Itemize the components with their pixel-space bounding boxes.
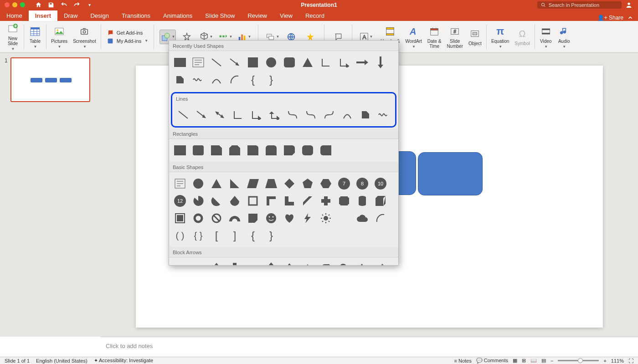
basic-8[interactable]: 8	[353, 175, 371, 192]
rect-4[interactable]	[226, 142, 244, 159]
basic-pie[interactable]	[189, 192, 207, 210]
basic-rbracket[interactable]: ]	[226, 227, 244, 244]
tab-draw[interactable]: Draw	[57, 10, 84, 21]
user-icon[interactable]	[625, 1, 634, 9]
search-box[interactable]	[537, 1, 622, 9]
shape-curve[interactable]	[207, 71, 226, 88]
home-icon[interactable]	[34, 1, 42, 9]
minimize-window[interactable]	[12, 2, 17, 7]
screenshot-button[interactable]: Screenshot▼	[70, 25, 99, 49]
zoom-out[interactable]: −	[551, 358, 553, 364]
slide-shape-2[interactable]	[418, 152, 483, 195]
basic-foldedcorner[interactable]	[244, 210, 262, 227]
basic-parallel[interactable]	[244, 175, 262, 192]
zoom-slider[interactable]	[558, 360, 599, 361]
rect-7[interactable]	[280, 142, 298, 159]
arrow-right[interactable]	[171, 260, 189, 266]
line-elbow-double[interactable]	[265, 106, 283, 123]
tab-design[interactable]: Design	[84, 10, 115, 21]
new-slide-button[interactable]: New Slide▼	[4, 22, 22, 51]
wordart-button[interactable]: A WordArt▼	[402, 25, 425, 49]
redo-icon[interactable]	[72, 1, 81, 9]
basic-triangle[interactable]	[207, 175, 226, 192]
tab-record[interactable]: Record	[299, 10, 331, 21]
tab-slideshow[interactable]: Slide Show	[199, 10, 241, 21]
table-button[interactable]: Table▼	[26, 25, 44, 49]
line-curved-double[interactable]	[320, 106, 338, 123]
basic-teardrop[interactable]	[226, 192, 244, 210]
basic-heart[interactable]	[280, 210, 298, 227]
save-icon[interactable]	[47, 1, 55, 9]
rect-9[interactable]	[317, 142, 335, 159]
shape-oval[interactable]	[262, 54, 280, 71]
basic-10[interactable]: 10	[371, 175, 390, 192]
arrow-bent[interactable]	[317, 260, 335, 266]
line-double-arrow[interactable]	[211, 106, 229, 123]
tab-review[interactable]: Review	[241, 10, 273, 21]
basic-diamond[interactable]	[280, 175, 298, 192]
search-input[interactable]	[549, 2, 618, 8]
arrow-quad[interactable]	[280, 260, 298, 266]
basic-lshape[interactable]	[280, 192, 298, 210]
basic-textbox[interactable]	[171, 175, 189, 192]
arrow-leftup[interactable]	[353, 260, 371, 266]
shape-square[interactable]	[244, 54, 262, 71]
basic-bevel[interactable]	[171, 210, 189, 227]
view-sorter-icon[interactable]: ⊞	[522, 358, 526, 364]
symbol-button[interactable]: Ω Symbol	[512, 27, 532, 46]
share-button[interactable]: 👤+ Share	[597, 15, 623, 21]
collapse-ribbon-icon[interactable]	[627, 15, 633, 21]
shape-brace-right[interactable]: }	[262, 71, 280, 88]
view-normal-icon[interactable]: ▦	[513, 358, 517, 364]
get-addins-button[interactable]: Get Add-ins	[107, 29, 148, 36]
basic-hexagon[interactable]	[317, 175, 335, 192]
undo-icon[interactable]	[60, 1, 68, 9]
shape-elbow-arrow[interactable]	[335, 54, 353, 71]
my-addins-button[interactable]: My Add-ins ▼	[107, 37, 148, 45]
basic-oval[interactable]	[189, 175, 207, 192]
view-slideshow-icon[interactable]: ▤	[541, 358, 546, 364]
status-comments[interactable]: 💬 Comments	[476, 358, 508, 364]
shape-roundrect[interactable]	[280, 54, 298, 71]
close-window[interactable]	[5, 2, 10, 7]
basic-rtriangle[interactable]	[226, 175, 244, 192]
arrow-tri[interactable]	[298, 260, 317, 266]
status-language[interactable]: English (United States)	[36, 358, 87, 364]
status-slide[interactable]: Slide 1 of 1	[5, 358, 30, 364]
tab-insert[interactable]: Insert	[29, 10, 57, 21]
basic-12[interactable]: 12	[171, 192, 189, 210]
object-button[interactable]: Object	[466, 27, 484, 46]
notes-pane[interactable]: Click to add notes	[100, 337, 638, 357]
date-time-button[interactable]: Date & Time	[425, 25, 444, 49]
basic-pentagon[interactable]	[298, 175, 317, 192]
qat-dropdown-icon[interactable]: ▾	[85, 1, 93, 9]
basic-chord[interactable]	[207, 192, 226, 210]
zoom-in[interactable]: +	[603, 358, 606, 364]
arrow-up[interactable]	[207, 260, 226, 266]
line-straight[interactable]	[174, 106, 192, 123]
equation-button[interactable]: π Equation▼	[489, 25, 512, 49]
shape-arc[interactable]	[226, 71, 244, 88]
line-curved-arrow[interactable]	[302, 106, 320, 123]
slide-number-button[interactable]: # Slide Number	[444, 25, 466, 49]
arrow-down[interactable]	[226, 260, 244, 266]
arrow-uturn[interactable]	[335, 260, 353, 266]
rect-3[interactable]	[207, 142, 226, 159]
shape-rect[interactable]	[171, 54, 189, 71]
view-reading-icon[interactable]: 📖	[530, 358, 537, 364]
shape-triangle[interactable]	[298, 54, 317, 71]
basic-lbracket[interactable]: [	[207, 227, 226, 244]
shape-arrow-right[interactable]	[353, 54, 371, 71]
basic-smiley[interactable]	[262, 210, 280, 227]
video-button[interactable]: Video▼	[537, 25, 555, 49]
line-curve[interactable]	[338, 106, 356, 123]
tab-home[interactable]: Home	[0, 10, 29, 21]
basic-frame[interactable]	[244, 192, 262, 210]
arrow-leftright[interactable]	[244, 260, 262, 266]
basic-cube[interactable]	[371, 192, 390, 210]
shape-brace-left[interactable]: {	[244, 71, 262, 88]
basic-can[interactable]	[353, 192, 371, 210]
basic-7[interactable]: 7	[335, 175, 353, 192]
basic-bracket-pair[interactable]: ( )	[171, 227, 189, 244]
rect-1[interactable]	[171, 142, 189, 159]
